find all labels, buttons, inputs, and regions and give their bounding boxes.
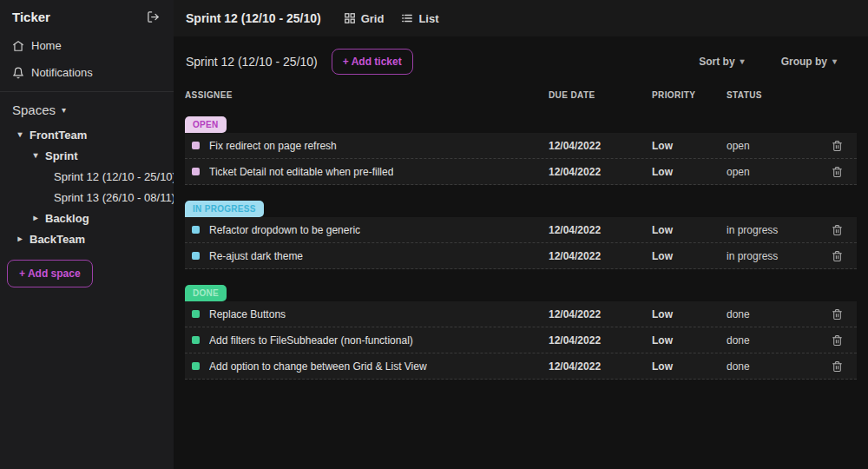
ticket-due-date: 12/04/2022 bbox=[549, 334, 652, 347]
ticket-status-square-icon bbox=[192, 142, 200, 149]
group-badge-open: OPEN bbox=[185, 116, 227, 133]
ticket-cell-assignee: Fix redirect on page refresh bbox=[185, 140, 549, 152]
sprint-title: Sprint 12 (12/10 - 25/10) bbox=[186, 55, 318, 69]
tree-item-label: Backlog bbox=[45, 212, 89, 225]
sidebar-header: Ticker bbox=[0, 0, 174, 32]
spaces-toggle[interactable]: Spaces ▾ bbox=[0, 92, 174, 124]
ticket-row[interactable]: Ticket Detail not editable when pre-fill… bbox=[185, 159, 857, 185]
ticket-cell-assignee: Add option to change between Grid & List… bbox=[185, 360, 549, 373]
grid-icon bbox=[344, 12, 356, 24]
trash-icon bbox=[832, 360, 843, 373]
main-area: Sprint 12 (12/10 - 25/10) Grid List Spri… bbox=[174, 0, 868, 469]
chevron-down-icon: ▾ bbox=[62, 106, 66, 115]
table-header-row: ASSIGNEE DUE DATE PRIORITY STATUS bbox=[185, 83, 857, 109]
tree-item-label: Sprint 13 (26/10 - 08/11) bbox=[54, 191, 175, 204]
sidebar-item-label: Home bbox=[31, 39, 62, 52]
sort-by-dropdown[interactable]: Sort by ▾ bbox=[699, 56, 744, 68]
ticket-status: open bbox=[727, 166, 818, 178]
trash-icon bbox=[832, 334, 843, 347]
ticket-group-open: OPENFix redirect on page refresh12/04/20… bbox=[185, 116, 857, 185]
tree-item-sprint-13-26-10-08-11-[interactable]: Sprint 13 (26/10 - 08/11) bbox=[0, 187, 174, 208]
delete-ticket-button[interactable] bbox=[830, 164, 845, 180]
list-icon bbox=[401, 12, 413, 24]
view-toggle-label: List bbox=[418, 12, 438, 25]
ticket-due-date: 12/04/2022 bbox=[549, 308, 652, 320]
ticket-due-date: 12/04/2022 bbox=[549, 360, 652, 373]
logout-icon bbox=[147, 10, 160, 23]
ticket-priority: Low bbox=[652, 360, 727, 373]
spaces-label: Spaces bbox=[12, 102, 56, 117]
ticket-priority: Low bbox=[652, 308, 727, 320]
delete-ticket-button[interactable] bbox=[830, 248, 845, 264]
trash-icon bbox=[832, 166, 843, 178]
ticket-cell-assignee: Replace Buttons bbox=[185, 308, 549, 320]
sidebar-item-label: Notifications bbox=[31, 66, 93, 79]
ticket-title: Refactor dropdown to be generic bbox=[209, 224, 360, 236]
app-title: Ticker bbox=[12, 10, 50, 24]
ticket-row[interactable]: Re-ajust dark theme12/04/2022Lowin progr… bbox=[185, 243, 857, 269]
tree-item-frontteam[interactable]: ▾FrontTeam bbox=[0, 124, 174, 145]
topbar: Sprint 12 (12/10 - 25/10) Grid List bbox=[174, 0, 868, 36]
bell-icon bbox=[12, 67, 24, 79]
ticket-due-date: 12/04/2022 bbox=[549, 166, 652, 178]
ticket-table: ASSIGNEE DUE DATE PRIORITY STATUS OPENFi… bbox=[174, 83, 868, 380]
tree-item-sprint[interactable]: ▾Sprint bbox=[0, 145, 174, 166]
tree-item-sprint-12-12-10-25-10-[interactable]: Sprint 12 (12/10 - 25/10) bbox=[0, 166, 174, 187]
ticket-table-groups: OPENFix redirect on page refresh12/04/20… bbox=[185, 116, 857, 380]
ticket-priority: Low bbox=[652, 334, 727, 347]
trash-icon bbox=[832, 224, 843, 236]
ticket-cell-assignee: Add filters to FileSubheader (non-functi… bbox=[185, 334, 549, 347]
delete-ticket-button[interactable] bbox=[830, 222, 845, 238]
chevron-down-icon: ▾ bbox=[832, 57, 837, 66]
app-root: Ticker Home Notifications Spaces ▾ ▾Fro bbox=[0, 0, 868, 469]
topbar-title: Sprint 12 (12/10 - 25/10) bbox=[186, 11, 321, 25]
ticket-title: Add option to change between Grid & List… bbox=[209, 360, 427, 373]
ticket-status: in progress bbox=[727, 250, 818, 262]
ticket-row[interactable]: Add filters to FileSubheader (non-functi… bbox=[185, 327, 857, 353]
trash-icon bbox=[832, 140, 843, 152]
add-ticket-button[interactable]: + Add ticket bbox=[332, 49, 413, 75]
column-header-priority: PRIORITY bbox=[652, 90, 727, 100]
delete-ticket-button[interactable] bbox=[830, 333, 845, 348]
view-toggle-grid[interactable]: Grid bbox=[344, 12, 385, 25]
ticket-status-square-icon bbox=[192, 362, 200, 370]
sidebar: Ticker Home Notifications Spaces ▾ ▾Fro bbox=[0, 0, 174, 469]
tree-item-backteam[interactable]: ▸BackTeam bbox=[0, 228, 174, 249]
sidebar-item-notifications[interactable]: Notifications bbox=[0, 59, 174, 86]
ticket-status-square-icon bbox=[192, 226, 200, 234]
ticket-status: done bbox=[727, 334, 818, 347]
ticket-row[interactable]: Add option to change between Grid & List… bbox=[185, 353, 857, 380]
column-header-status: STATUS bbox=[727, 90, 818, 100]
ticket-status: done bbox=[727, 308, 818, 320]
ticket-status-square-icon bbox=[192, 168, 200, 175]
delete-ticket-button[interactable] bbox=[830, 307, 845, 322]
tree-item-label: Sprint 12 (12/10 - 25/10) bbox=[54, 170, 176, 183]
sidebar-item-home[interactable]: Home bbox=[0, 32, 174, 59]
ticket-priority: Low bbox=[652, 224, 727, 236]
ticket-status-square-icon bbox=[192, 310, 200, 318]
tree-item-label: BackTeam bbox=[30, 233, 85, 246]
spaces-tree: ▾FrontTeam▾SprintSprint 12 (12/10 - 25/1… bbox=[0, 124, 174, 249]
ticket-row[interactable]: Fix redirect on page refresh12/04/2022Lo… bbox=[185, 133, 857, 159]
group-by-label: Group by bbox=[781, 56, 827, 68]
tree-item-label: Sprint bbox=[45, 149, 78, 162]
ticket-group-done: DONEReplace Buttons12/04/2022LowdoneAdd … bbox=[185, 284, 857, 380]
add-space-button[interactable]: + Add space bbox=[7, 260, 93, 287]
ticket-row[interactable]: Replace Buttons12/04/2022Lowdone bbox=[185, 301, 857, 327]
delete-ticket-button[interactable] bbox=[830, 359, 845, 374]
trash-icon bbox=[832, 250, 843, 262]
group-by-dropdown[interactable]: Group by ▾ bbox=[781, 56, 837, 68]
home-icon bbox=[12, 40, 24, 52]
ticket-group-in-progress: IN PROGRESSRefactor dropdown to be gener… bbox=[185, 200, 857, 269]
ticket-priority: Low bbox=[652, 166, 727, 178]
view-toggle-list[interactable]: List bbox=[401, 12, 438, 25]
delete-ticket-button[interactable] bbox=[830, 138, 845, 154]
tree-item-backlog[interactable]: ▸Backlog bbox=[0, 208, 174, 228]
sort-by-label: Sort by bbox=[699, 56, 734, 68]
group-badge-in-progress: IN PROGRESS bbox=[185, 201, 264, 217]
toolbar: Sprint 12 (12/10 - 25/10) + Add ticket S… bbox=[174, 36, 868, 83]
chevron-down-icon: ▾ bbox=[31, 151, 40, 160]
ticket-row[interactable]: Refactor dropdown to be generic12/04/202… bbox=[185, 217, 857, 243]
ticket-due-date: 12/04/2022 bbox=[549, 224, 652, 236]
logout-button[interactable] bbox=[145, 9, 161, 25]
